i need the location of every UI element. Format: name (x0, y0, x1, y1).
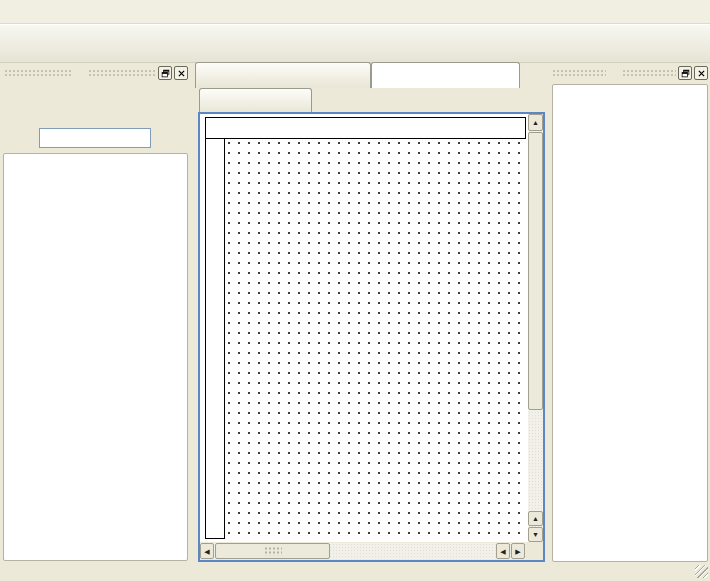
qelectrotech-window: { "menu_bar": { "items": [ {"id": "menu-… (0, 0, 710, 581)
dock-title-texture (4, 69, 72, 78)
undo-list (552, 84, 708, 562)
horizontal-scrollbar[interactable]: ◀ ◀ ▶ (200, 543, 526, 559)
window-resize-grip[interactable] (695, 565, 708, 578)
schema-canvas[interactable] (200, 114, 528, 542)
scroll-left-button-2[interactable]: ◀ (496, 543, 510, 559)
dock-title-texture (622, 69, 676, 78)
scroll-down-button[interactable]: ▼ (528, 527, 543, 542)
project-folder-icon (202, 68, 218, 84)
elements-panel-titlebar[interactable] (4, 64, 188, 82)
filter-row (4, 126, 188, 150)
scroll-right-button[interactable]: ▶ (511, 543, 525, 559)
close-undo-panel-button[interactable] (694, 66, 708, 80)
schema-icon (206, 93, 222, 109)
scrollbar-grip (264, 547, 282, 556)
close-panel-button[interactable] (174, 66, 188, 80)
scroll-up-button-2[interactable]: ▲ (528, 511, 543, 526)
grid-column-header (205, 117, 526, 139)
undo-panel-titlebar[interactable] (552, 64, 708, 82)
vertical-scrollbar-thumb[interactable] (528, 132, 543, 410)
dock-title-texture (552, 69, 606, 78)
float-panel-button[interactable] (158, 66, 172, 80)
close-icon (177, 69, 186, 78)
schema-view: ▲ ▲ ▼ ◀ ◀ ▶ (198, 112, 545, 562)
project-tab[interactable] (195, 62, 371, 88)
vertical-scrollbar[interactable]: ▲ ▲ ▼ (528, 114, 543, 542)
scrollbar-corner (528, 543, 543, 559)
float-icon (161, 69, 170, 78)
toolbar-row (0, 24, 710, 63)
blank-tab-area (371, 62, 520, 88)
grid-row-header (205, 138, 225, 539)
dock-title-texture (88, 69, 156, 78)
menu-bar (0, 0, 710, 24)
filter-input[interactable] (39, 128, 151, 148)
horizontal-scrollbar-thumb[interactable] (215, 543, 330, 559)
schema-tab[interactable] (199, 88, 312, 113)
scroll-left-button[interactable]: ◀ (200, 543, 214, 559)
elements-panel-toolbar (4, 84, 188, 122)
clear-filter-button[interactable] (6, 127, 28, 149)
close-icon (697, 69, 706, 78)
float-undo-panel-button[interactable] (678, 66, 692, 80)
elements-tree (3, 153, 188, 561)
scroll-up-button[interactable]: ▲ (528, 114, 543, 131)
float-icon (681, 69, 690, 78)
